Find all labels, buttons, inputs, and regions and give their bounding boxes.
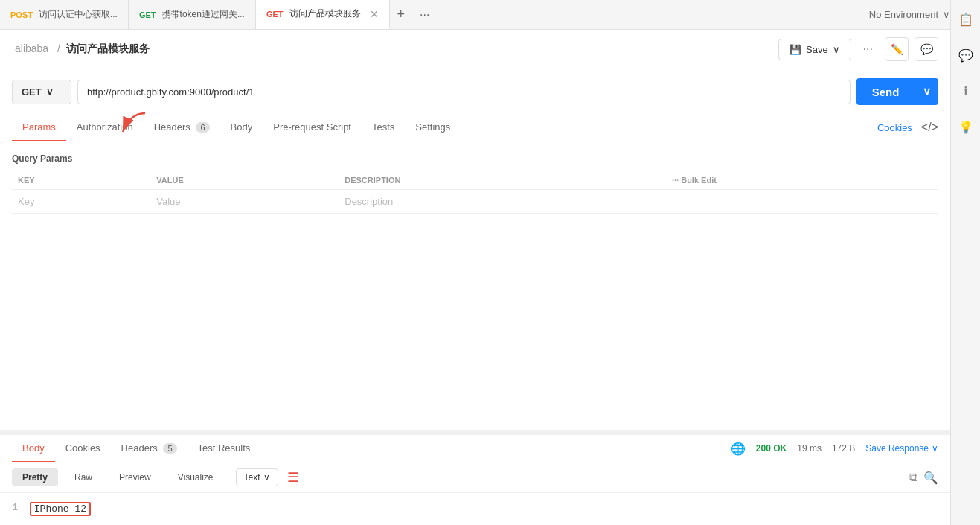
tab-settings-label: Settings [415, 121, 450, 133]
method-value: GET [22, 86, 42, 98]
wrap-icon[interactable]: ☰ [287, 469, 299, 486]
close-icon[interactable]: ✕ [370, 8, 379, 20]
response-value-1: IPhone 12 [30, 502, 91, 516]
response-tabs-bar: Body Cookies Headers 5 Test Results 🌐 20… [0, 435, 950, 462]
method-get-label-1: GET [139, 10, 156, 19]
line-number-1: 1 [12, 502, 18, 516]
save-response-label: Save Response [865, 443, 929, 454]
format-raw-button[interactable]: Raw [64, 468, 103, 486]
save-label: Save [806, 44, 828, 55]
tab-get-1[interactable]: GET 携带token通过网关... [129, 0, 256, 29]
url-bar: GET ∨ Send ∨ [0, 69, 950, 114]
tab-params[interactable]: Params [12, 114, 66, 141]
send-button[interactable]: Send ∨ [856, 78, 938, 105]
edit-icon-button[interactable]: ✏️ [885, 37, 909, 61]
send-label: Send [856, 86, 915, 98]
request-header: alibaba / 访问产品模块服务 💾 Save ∨ ··· ✏️ 💬 [0, 30, 950, 69]
main-content: alibaba / 访问产品模块服务 💾 Save ∨ ··· ✏️ 💬 GET… [0, 30, 950, 525]
col-bulk: ··· Bulk Edit [666, 171, 938, 190]
sidebar-lightbulb-icon[interactable]: 💡 [954, 115, 978, 139]
format-visualize-button[interactable]: Visualize [167, 468, 224, 486]
resp-body-label: Body [22, 442, 45, 454]
env-label: No Environment [869, 9, 938, 20]
tab-tests-label: Tests [372, 121, 394, 133]
chevron-down-icon: ∨ [943, 9, 950, 20]
format-type-select[interactable]: Text ∨ [236, 468, 278, 486]
method-post-label: POST [10, 10, 33, 19]
breadcrumb: alibaba / 访问产品模块服务 [12, 42, 778, 56]
copy-icon[interactable]: ⧉ [909, 471, 917, 484]
globe-icon: 🌐 [731, 442, 746, 456]
code-line-1: 1 IPhone 12 [12, 502, 938, 516]
tab-active[interactable]: GET 访问产品模块服务 ✕ [256, 0, 390, 29]
col-key: KEY [12, 171, 150, 190]
save-disk-icon: 💾 [790, 44, 801, 55]
response-size: 172 B [832, 443, 855, 454]
resp-tab-test-results[interactable]: Test Results [188, 435, 261, 462]
method-select[interactable]: GET ∨ [12, 80, 71, 104]
header-actions: 💾 Save ∨ ··· ✏️ 💬 [778, 37, 938, 61]
send-chevron-icon[interactable]: ∨ [915, 85, 938, 98]
header-more-button[interactable]: ··· [857, 39, 879, 59]
save-button[interactable]: 💾 Save ∨ [778, 39, 851, 60]
resp-tab-body[interactable]: Body [12, 435, 55, 462]
save-response-button[interactable]: Save Response ∨ [865, 443, 938, 454]
sidebar-docs-icon[interactable]: 📋 [954, 7, 978, 31]
desc-cell[interactable]: Description [339, 190, 666, 214]
format-chevron-icon: ∨ [263, 472, 270, 483]
tab-headers-label: Headers [154, 121, 190, 133]
three-dots-icon[interactable]: ··· [672, 176, 679, 185]
tab-body-label: Body [231, 121, 253, 133]
format-pretty-button[interactable]: Pretty [12, 468, 58, 486]
sidebar-comment-icon[interactable]: 💬 [954, 43, 978, 67]
resp-headers-label: Headers [121, 442, 158, 454]
format-type-label: Text [244, 472, 260, 483]
resp-tab-headers[interactable]: Headers 5 [111, 435, 188, 462]
query-params-title: Query Params [12, 153, 938, 164]
value-cell[interactable]: Value [150, 190, 339, 214]
tab-headers[interactable]: Headers 6 [144, 114, 220, 141]
format-bar: Pretty Raw Preview Visualize Text ∨ ☰ ⧉ … [0, 462, 950, 493]
format-preview-button[interactable]: Preview [109, 468, 161, 486]
request-tabs: Params Authorization Headers 6 Body Pre-… [0, 114, 950, 141]
tab-settings[interactable]: Settings [405, 114, 461, 141]
tab-active-name: 访问产品模块服务 [289, 7, 361, 20]
resp-tab-cookies[interactable]: Cookies [55, 435, 111, 462]
tab-pre-request[interactable]: Pre-request Script [263, 114, 362, 141]
response-time: 19 ms [797, 443, 822, 454]
params-table: KEY VALUE DESCRIPTION ··· Bulk Edit Key … [12, 171, 938, 214]
right-sidebar: 📋 💬 ℹ 💡 [950, 0, 980, 525]
search-icon[interactable]: 🔍 [923, 471, 938, 485]
response-status-bar: 🌐 200 OK 19 ms 172 B Save Response ∨ [731, 442, 938, 456]
tab-get-1-name: 携带token通过网关... [162, 8, 245, 21]
query-params-section: Query Params KEY VALUE DESCRIPTION ··· B… [0, 141, 950, 226]
code-icon[interactable]: </> [921, 121, 938, 134]
headers-badge: 6 [196, 122, 209, 133]
tab-post[interactable]: POST 访问认证中心获取... [0, 0, 129, 29]
key-cell[interactable]: Key [12, 190, 150, 214]
add-tab-button[interactable]: + [390, 0, 413, 29]
method-chevron-icon: ∨ [46, 86, 54, 98]
more-tabs-button[interactable]: ··· [412, 0, 437, 29]
save-chevron-icon: ∨ [833, 44, 840, 55]
comment-icon-button[interactable]: 💬 [915, 37, 938, 61]
sidebar-info-icon[interactable]: ℹ [954, 79, 978, 103]
url-input[interactable] [77, 80, 851, 104]
cookies-link[interactable]: Cookies [877, 122, 912, 133]
tab-authorization-label: Authorization [77, 121, 133, 133]
action-cell [666, 190, 938, 214]
spacer [0, 226, 950, 430]
environment-select[interactable]: No Environment ∨ [869, 9, 950, 20]
key-placeholder: Key [18, 196, 34, 207]
breadcrumb-root: alibaba [15, 42, 48, 54]
table-row: Key Value Description [12, 190, 938, 214]
tab-authorization[interactable]: Authorization [66, 114, 144, 141]
tab-tests[interactable]: Tests [362, 114, 405, 141]
method-get-active-label: GET [266, 10, 284, 19]
resp-headers-badge: 5 [163, 443, 176, 454]
col-value: VALUE [150, 171, 339, 190]
tab-params-label: Params [22, 121, 56, 133]
value-placeholder: Value [156, 196, 180, 207]
tab-post-name: 访问认证中心获取... [39, 8, 118, 21]
tab-body[interactable]: Body [220, 114, 263, 141]
